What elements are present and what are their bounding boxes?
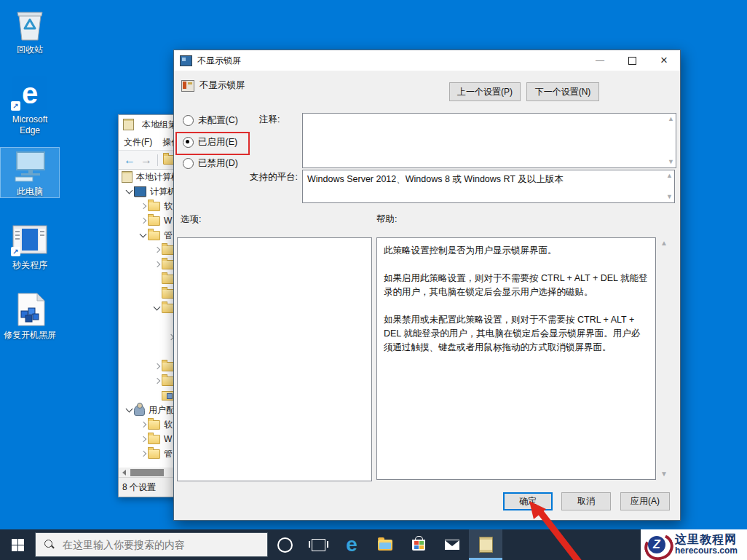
microsoft-edge-icon: e↗ — [11, 76, 49, 112]
computer-icon — [134, 186, 146, 197]
folder-icon — [148, 216, 160, 226]
edge-taskbar-button[interactable]: e — [335, 529, 368, 560]
back-icon[interactable]: ← — [124, 154, 135, 166]
next-setting-button[interactable]: 下一个设置(N) — [526, 82, 599, 101]
folder-icon — [162, 275, 174, 284]
gpedit-app-icon — [123, 119, 134, 130]
shortcut-arrow-icon: ↗ — [11, 101, 20, 111]
store-icon — [412, 540, 425, 551]
scroll-down-icon[interactable]: ▼ — [668, 159, 674, 165]
desktop-icon-label: 此电脑 — [17, 186, 43, 197]
mail-button[interactable] — [435, 529, 469, 560]
folder-icon — [148, 449, 160, 459]
desktop-icon-fix-black-screen[interactable]: 修复开机黑屏 — [1, 291, 59, 341]
desktop: 回收站e↗Microsoft Edge此电脑↗秒关程序修复开机黑屏 本地组策 文… — [0, 0, 747, 560]
collapse-icon[interactable] — [126, 406, 133, 413]
dialog-icon — [180, 55, 192, 66]
gpedit-icon — [479, 537, 493, 553]
watermark-logo-icon: Z — [644, 532, 671, 558]
toolbar-separator — [157, 154, 158, 166]
radio-not-configured[interactable]: 未配置(C) — [183, 114, 238, 127]
setting-name-row: 不显示锁屏 — [181, 79, 245, 92]
tree-item-label: 管 — [164, 229, 173, 242]
expand-icon[interactable] — [140, 451, 146, 457]
folder-icon — [148, 435, 160, 444]
expand-icon[interactable] — [140, 422, 146, 427]
watermark-title: 这里教程网 — [675, 533, 738, 546]
watermark: Z 这里教程网 herecours.com — [641, 529, 747, 560]
radio-enabled[interactable]: 已启用(E) — [183, 136, 237, 149]
folder-icon — [148, 231, 160, 240]
maximize-icon[interactable] — [616, 50, 648, 71]
scrollbar-thumb[interactable] — [130, 469, 164, 476]
tree-item-label: W — [164, 216, 172, 226]
scroll-left-icon[interactable] — [119, 468, 129, 478]
options-label: 选项: — [181, 213, 201, 226]
dialog-title: 不显示锁屏 — [197, 55, 241, 67]
radio-circle[interactable] — [183, 158, 194, 169]
comment-textarea[interactable]: ▲ ▼ — [302, 113, 676, 168]
cancel-button[interactable]: 取消 — [561, 492, 611, 510]
desktop-icon-label: 回收站 — [17, 44, 43, 55]
collapse-icon[interactable] — [140, 231, 147, 238]
taskbar-search[interactable] — [35, 532, 268, 557]
store-button[interactable] — [402, 529, 435, 560]
expand-icon[interactable] — [140, 218, 146, 224]
scroll-down-icon[interactable]: ▼ — [666, 194, 673, 200]
help-scroll-up-icon[interactable]: ▲ — [660, 239, 668, 247]
expand-icon[interactable] — [154, 261, 159, 267]
apply-button[interactable]: 应用(A) — [620, 492, 670, 510]
task-view-button[interactable] — [301, 529, 335, 560]
radio-disabled[interactable]: 已禁用(D) — [183, 157, 238, 170]
help-scroll-down-icon[interactable]: ▼ — [660, 470, 668, 478]
expand-icon[interactable] — [140, 436, 146, 442]
collapse-icon[interactable] — [126, 187, 133, 194]
desktop-icon-this-pc[interactable]: 此电脑 — [1, 148, 59, 197]
folder-icon — [162, 362, 174, 371]
folder-icon — [162, 260, 174, 269]
folder2-icon — [162, 391, 174, 401]
cortana-button[interactable] — [268, 529, 301, 560]
expand-icon[interactable] — [154, 363, 159, 369]
tree-item-label: 管 — [164, 448, 173, 460]
desktop-icon-microsoft-edge[interactable]: e↗Microsoft Edge — [1, 76, 59, 136]
options-panel — [177, 237, 372, 481]
taskbar: e 英 — [0, 529, 747, 560]
user-icon — [134, 405, 145, 416]
gpedit-taskbar-button[interactable] — [469, 529, 502, 560]
dialog-titlebar: 不显示锁屏 — × — [174, 50, 680, 71]
folder-icon — [148, 202, 160, 211]
menu-file[interactable]: 文件(F) — [124, 136, 152, 149]
radio-label: 未配置(C) — [198, 114, 238, 127]
tree-item-label: 软 — [164, 419, 173, 431]
desktop-icon-recycle-bin[interactable]: 回收站 — [1, 6, 59, 55]
start-button[interactable] — [0, 529, 35, 560]
policy-dialog: 不显示锁屏 — × 不显示锁屏 上一个设置(P) 下一个设置(N) 未配置(C)… — [173, 50, 681, 521]
ok-button[interactable]: 确定 — [503, 492, 553, 510]
expand-icon[interactable] — [140, 203, 146, 209]
close-icon[interactable]: × — [648, 50, 680, 71]
windows-logo-icon — [12, 539, 24, 551]
previous-setting-button[interactable]: 上一个设置(P) — [449, 82, 521, 101]
shortcut-arrow-icon: ↗ — [11, 247, 20, 256]
help-paragraph: 如果禁用或未配置此策略设置，则对于不需要按 CTRL + ALT + DEL 就… — [384, 313, 649, 355]
folder-icon — [162, 376, 174, 386]
help-panel: 此策略设置控制是否为用户显示锁屏界面。如果启用此策略设置，则对于不需要按 CTR… — [376, 237, 656, 480]
desktop-icon-quick-close-app[interactable]: ↗秒关程序 — [1, 221, 59, 271]
collapse-icon[interactable] — [154, 304, 161, 311]
radio-circle[interactable] — [183, 115, 194, 126]
this-pc-icon — [11, 148, 49, 184]
supported-platforms-box[interactable]: Windows Server 2012、Windows 8 或 Windows … — [302, 170, 675, 203]
expand-icon[interactable] — [154, 247, 159, 253]
file-explorer-button[interactable] — [368, 529, 402, 560]
scroll-up-icon[interactable]: ▲ — [668, 116, 674, 122]
radio-circle-selected[interactable] — [183, 137, 194, 148]
edge-icon: e — [346, 535, 357, 555]
forward-icon[interactable]: → — [141, 154, 152, 166]
expand-icon[interactable] — [154, 378, 159, 384]
gpedit-window-title: 本地组策 — [142, 119, 177, 131]
tree-item-label: 软 — [164, 200, 173, 213]
scroll-up-icon[interactable]: ▲ — [666, 173, 673, 179]
search-input[interactable] — [61, 538, 246, 551]
minimize-icon[interactable]: — — [584, 50, 616, 71]
